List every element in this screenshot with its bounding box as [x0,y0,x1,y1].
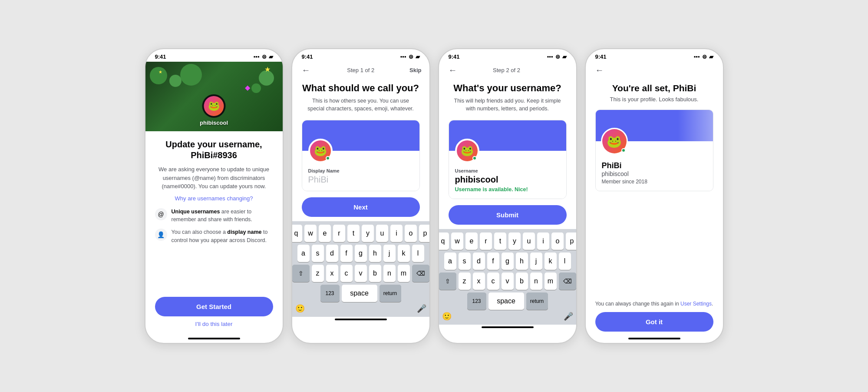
skip-later-link[interactable]: I'll do this later [155,321,273,327]
feature-2-text: You can also choose a display name to co… [172,228,273,245]
key-h-2[interactable]: h [369,245,381,262]
key-j-2[interactable]: j [383,245,396,262]
key-y-2[interactable]: y [362,225,374,242]
back-button-3[interactable]: ← [447,64,459,76]
card-avatar-3: 🐸 [455,139,479,163]
key-space-3[interactable]: space [488,292,524,310]
key-k-2[interactable]: k [398,245,410,262]
signal-icon-4: ▪▪▪ [694,53,700,60]
key-b-3[interactable]: b [516,272,528,290]
status-icons-3: ▪▪▪ ⊜ ▰ [547,53,567,60]
key-u-3[interactable]: u [523,233,535,250]
at-icon: @ [155,208,167,220]
key-123-3[interactable]: 123 [467,292,486,310]
keyboard-2: q w e r t y u i o p a s d f g h j k l [292,221,429,317]
why-link[interactable]: Why are usernames changing? [155,195,273,202]
key-p-3[interactable]: p [566,233,576,250]
mic-key-3[interactable]: 🎤 [562,312,574,321]
key-g-3[interactable]: g [502,252,514,270]
key-q-3[interactable]: q [439,233,449,250]
get-started-button[interactable]: Get Started [155,297,273,316]
key-v-3[interactable]: v [502,272,514,290]
key-w-2[interactable]: w [304,225,317,242]
key-c-2[interactable]: c [340,265,353,282]
key-e-3[interactable]: e [465,233,478,250]
screen4-content: ← You're all set, PhiBi This is your pro… [586,62,723,343]
got-it-button[interactable]: Got it [595,312,713,332]
wifi-icon-4: ⊜ [702,53,707,60]
key-w-3[interactable]: w [451,233,463,250]
key-h-3[interactable]: h [516,252,528,270]
key-e-2[interactable]: e [319,225,331,242]
key-a-3[interactable]: a [444,252,456,270]
key-a-2[interactable]: a [297,245,310,262]
key-x-2[interactable]: x [326,265,338,282]
key-i-3[interactable]: i [537,233,549,250]
key-z-3[interactable]: z [459,272,471,290]
feature-2-part1: You can also choose a [172,229,228,235]
key-g-2[interactable]: g [355,245,367,262]
back-button-2[interactable]: ← [300,64,312,76]
key-d-2[interactable]: d [326,245,338,262]
key-x-3[interactable]: x [473,272,485,290]
submit-button[interactable]: Submit [449,205,567,225]
key-return-2[interactable]: return [380,285,401,302]
feature-2-bold: display name [227,229,261,235]
step-label-3: Step 2 of 2 [493,67,520,73]
online-dot-4 [621,148,626,153]
emoji-key-2[interactable]: 🙂 [294,304,306,313]
key-d-3[interactable]: d [473,252,485,270]
key-p-2[interactable]: p [419,225,429,242]
key-v-2[interactable]: v [355,265,367,282]
key-r-3[interactable]: r [480,233,492,250]
battery-icon-4: ▰ [709,53,713,60]
screen4-title: You're all set, PhiBi [595,83,713,93]
key-k-3[interactable]: k [545,252,557,270]
key-r-2[interactable]: r [333,225,345,242]
key-z-2[interactable]: z [312,265,324,282]
key-n-2[interactable]: n [383,265,396,282]
kb-row-2-3: a s d f g h j k l [441,252,574,270]
key-return-3[interactable]: return [526,292,548,310]
key-l-3[interactable]: l [559,252,571,270]
key-t-3[interactable]: t [494,233,506,250]
key-delete-3[interactable]: ⌫ [559,272,576,290]
key-c-3[interactable]: c [487,272,499,290]
key-q-2[interactable]: q [292,225,303,242]
key-s-3[interactable]: s [459,252,471,270]
mic-key-2[interactable]: 🎤 [416,304,428,313]
key-n-3[interactable]: n [530,272,542,290]
key-m-3[interactable]: m [545,272,557,290]
key-l-2[interactable]: l [412,245,424,262]
key-y-3[interactable]: y [508,233,521,250]
banner-username: phibiscool [200,120,228,126]
key-delete-2[interactable]: ⌫ [412,265,429,282]
key-u-2[interactable]: u [376,225,388,242]
username-value[interactable]: phibiscool [455,175,560,185]
key-o-3[interactable]: o [551,233,564,250]
key-shift-3[interactable]: ⇧ [439,272,456,290]
key-shift-2[interactable]: ⇧ [292,265,310,282]
online-dot-2 [326,156,330,160]
key-t-2[interactable]: t [347,225,360,242]
key-o-2[interactable]: o [405,225,417,242]
key-i-2[interactable]: i [390,225,403,242]
key-123-2[interactable]: 123 [320,285,340,302]
key-space-2[interactable]: space [342,285,377,302]
user-settings-link[interactable]: User Settings [680,301,712,307]
time-3: 9:41 [449,53,460,60]
signal-icon-3: ▪▪▪ [547,53,553,60]
skip-button-2[interactable]: Skip [409,67,421,73]
key-f-3[interactable]: f [487,252,499,270]
step-label-2: Step 1 of 2 [347,67,374,73]
display-name-value[interactable]: PhiBi [308,175,413,185]
next-button[interactable]: Next [302,197,420,217]
key-s-2[interactable]: s [312,245,324,262]
key-m-2[interactable]: m [398,265,410,282]
key-j-3[interactable]: j [530,252,542,270]
key-b-2[interactable]: b [369,265,381,282]
emoji-key-3[interactable]: 🙂 [441,312,453,321]
back-button-4[interactable]: ← [594,64,606,76]
key-f-2[interactable]: f [340,245,353,262]
display-name-label: Display Name [308,168,413,173]
